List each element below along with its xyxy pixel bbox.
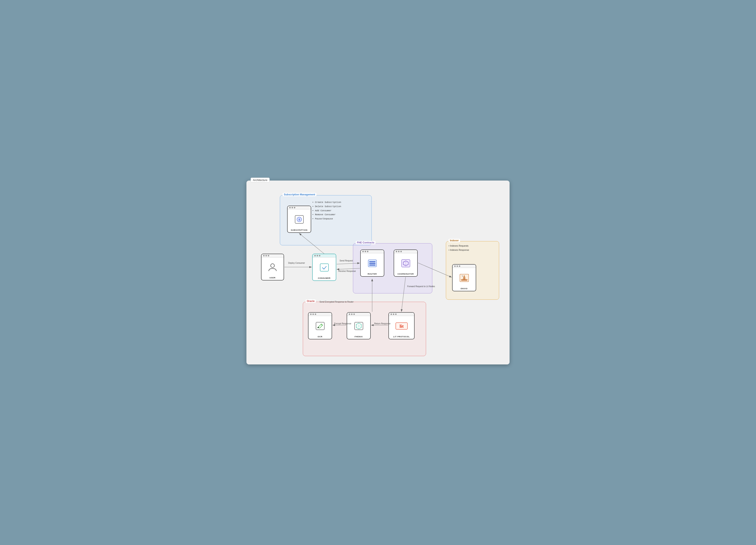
svg-rect-16 <box>316 322 324 330</box>
subscription-label: SUBSCRIPTION <box>290 228 308 232</box>
user-component: USER <box>261 254 284 281</box>
fhenix-label: FHENIX <box>354 335 364 339</box>
lit-header <box>389 313 414 316</box>
envio-label: ENVIO <box>460 287 468 291</box>
envio-header <box>453 264 476 268</box>
consumer-icon <box>319 257 330 277</box>
send-encrypted-label: Send Encrypted Response to Router <box>320 301 354 303</box>
svg-text:lit: lit <box>400 324 404 329</box>
receive-response-label: Receive Response <box>338 270 356 272</box>
user-header <box>261 254 284 257</box>
svg-point-0 <box>271 264 274 267</box>
subscription-icon: $ <box>294 209 305 228</box>
subscription-list: • Create Subscription • Delete Subscript… <box>312 200 341 221</box>
coordinator-icon <box>400 253 411 272</box>
coordinator-header <box>394 250 417 253</box>
main-window: Architecture Subscription Management FHE… <box>246 180 510 365</box>
svg-rect-8 <box>369 263 375 264</box>
user-label: USER <box>269 276 276 280</box>
fhenix-icon <box>353 316 364 335</box>
ocr-header <box>308 313 332 316</box>
indexer-group-label: Indexer <box>449 239 460 242</box>
title-badge: Architecture <box>251 178 270 182</box>
svg-rect-12 <box>463 277 465 280</box>
svg-rect-1 <box>320 264 329 271</box>
svg-rect-9 <box>369 264 375 265</box>
return-response-label: Return Response <box>374 322 391 325</box>
subscription-component: $ SUBSCRIPTION <box>287 206 311 233</box>
router-icon <box>367 253 378 272</box>
consumer-component: CONSUMER <box>312 254 336 281</box>
svg-point-15 <box>462 275 463 276</box>
svg-rect-13 <box>464 276 465 277</box>
consumer-header <box>313 254 336 257</box>
coordinator-label: COORDINATOR <box>397 272 415 276</box>
deploy-consumer-label: Deploy Consumer <box>288 261 305 264</box>
fhenix-component: FHENIX <box>347 312 371 339</box>
envio-component: ENVIO <box>452 264 476 291</box>
router-header <box>361 250 384 253</box>
subscription-group-label: Subscription Management <box>283 193 316 196</box>
consumer-label: CONSUMER <box>317 277 331 281</box>
ocr-label: OCR <box>317 335 323 339</box>
lit-protocol-label: LIT PROTOCOL <box>392 335 411 339</box>
encrypt-response-label: Encrypt Response <box>334 322 351 325</box>
oracle-group-label: Oracle <box>306 300 316 303</box>
envio-icon <box>459 268 470 287</box>
fhenix-header <box>347 313 370 316</box>
user-icon <box>267 257 278 276</box>
send-request-label: Send Request <box>340 259 353 262</box>
ocr-icon <box>315 316 326 335</box>
fhe-group-label: FHE Contracts <box>356 241 375 244</box>
coordinator-component: COORDINATOR <box>394 249 418 277</box>
router-label: ROUTER <box>367 272 378 276</box>
diagram-area: Subscription Management FHE Contracts In… <box>251 185 505 360</box>
router-component: ROUTER <box>360 249 384 277</box>
lit-protocol-component: lit LIT PROTOCOL <box>388 312 415 339</box>
forward-request-label: Forward Request to Lit Nodes <box>407 285 435 288</box>
ocr-component: OCR <box>308 312 332 339</box>
svg-text:$: $ <box>298 218 300 221</box>
subscription-header <box>288 206 311 209</box>
svg-rect-7 <box>369 261 375 262</box>
lit-icon: lit <box>394 316 409 335</box>
indexer-list: • Indexes Requests • Indexes Response <box>449 244 469 252</box>
